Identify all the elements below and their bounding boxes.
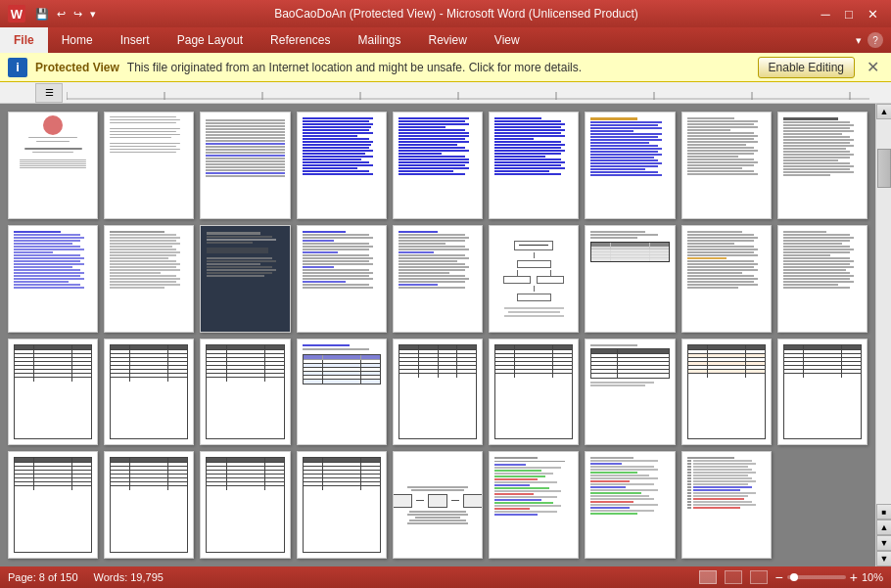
scroll-track[interactable] (876, 119, 891, 504)
protected-icon: i (8, 58, 27, 77)
page-thumb-19[interactable] (8, 339, 98, 446)
view-reading-btn[interactable] (750, 570, 768, 584)
page-thumb-28[interactable] (8, 451, 98, 559)
scroll-down-small-btn[interactable]: ■ (876, 504, 891, 520)
scroll-page-up-btn[interactable]: ▲ (876, 520, 891, 535)
tab-mailings[interactable]: Mailings (344, 27, 414, 53)
quick-access-more[interactable]: ▾ (88, 6, 98, 23)
enable-editing-button[interactable]: Enable Editing (758, 57, 855, 78)
page-thumb-14[interactable] (393, 225, 483, 333)
page-thumb-25[interactable] (585, 339, 675, 446)
close-btn[interactable]: ✕ (862, 4, 883, 23)
main-content-area: ▲ ■ ▲ ▼ ▼ (0, 104, 891, 566)
vertical-scrollbar: ▲ ■ ▲ ▼ ▼ (875, 104, 891, 566)
page-thumb-15[interactable] (489, 225, 579, 333)
word-count: Words: 19,795 (94, 571, 164, 583)
page-thumb-4[interactable] (297, 112, 387, 219)
zoom-out-btn[interactable]: − (775, 569, 783, 585)
page-thumb-21[interactable] (200, 339, 290, 446)
page-thumb-2[interactable] (104, 112, 194, 219)
page-thumb-18[interactable] (777, 225, 868, 333)
page-thumb-20[interactable] (104, 339, 194, 446)
page-thumb-29[interactable] (104, 451, 194, 559)
view-normal-btn[interactable] (699, 570, 717, 584)
page-thumb-35[interactable] (681, 451, 772, 559)
document-grid (0, 104, 875, 566)
help-icon: ? (868, 32, 883, 48)
undo-btn[interactable]: ↩ (55, 6, 68, 23)
zoom-in-btn[interactable]: + (850, 569, 858, 585)
page-thumb-30[interactable] (200, 451, 290, 559)
tab-review[interactable]: Review (414, 27, 480, 53)
ruler: ☰ (0, 82, 891, 104)
tab-insert[interactable]: Insert (107, 27, 164, 53)
page-thumb-10[interactable] (8, 225, 98, 333)
word-icon: W (8, 5, 25, 23)
menu-bar: File Home Insert Page Layout References … (0, 27, 891, 53)
title-bar: W 💾 ↩ ↪ ▾ BaoCaoDoAn (Protected View) - … (0, 0, 891, 27)
page-thumb-33[interactable] (489, 451, 579, 559)
help-btn[interactable]: ▾ ? (848, 27, 891, 53)
protected-message: This file originated from an Internet lo… (127, 61, 750, 74)
tab-file[interactable]: File (0, 27, 48, 53)
page-thumb-24[interactable] (489, 339, 579, 446)
page-thumb-34[interactable] (585, 451, 675, 559)
status-bar: Page: 8 of 150 Words: 19,795 − + 10% (0, 566, 891, 588)
window-title: BaoCaoDoAn (Protected View) - Microsoft … (98, 7, 815, 21)
page-thumb-3[interactable] (200, 112, 290, 219)
scroll-down-btn[interactable]: ▼ (876, 551, 891, 566)
protected-view-bar: i Protected View This file originated fr… (0, 53, 891, 82)
page-thumb-27[interactable] (777, 339, 868, 446)
page-thumb-12[interactable] (200, 225, 290, 333)
protected-label: Protected View (35, 61, 119, 74)
zoom-slider[interactable] (787, 575, 846, 579)
tab-references[interactable]: References (257, 27, 344, 53)
close-protected-bar-btn[interactable]: ✕ (863, 58, 883, 76)
page-thumb-11[interactable] (104, 225, 194, 333)
tab-page-layout[interactable]: Page Layout (164, 27, 257, 53)
page-thumb-6[interactable] (489, 112, 579, 219)
zoom-slider-thumb (790, 573, 798, 581)
quick-access-toolbar: W 💾 ↩ ↪ ▾ (8, 5, 98, 23)
svg-rect-0 (67, 98, 869, 100)
redo-btn[interactable]: ↪ (71, 6, 84, 23)
restore-btn[interactable]: □ (838, 4, 860, 23)
page-thumb-16[interactable] (585, 225, 675, 333)
scroll-up-btn[interactable]: ▲ (876, 104, 891, 119)
page-info: Page: 8 of 150 (8, 571, 78, 583)
info-icon: i (16, 60, 20, 74)
page-thumb-13[interactable] (297, 225, 387, 333)
ruler-icon: ☰ (35, 83, 63, 103)
tab-home[interactable]: Home (48, 27, 107, 53)
page-thumb-17[interactable] (681, 225, 772, 333)
expand-ribbon-icon: ▾ (856, 34, 862, 47)
minimize-btn[interactable]: ─ (815, 4, 836, 23)
page-thumb-9[interactable] (777, 112, 868, 219)
page-thumb-7[interactable] (585, 112, 675, 219)
page-thumb-31[interactable] (297, 451, 387, 559)
save-quick-btn[interactable]: 💾 (33, 6, 51, 23)
scroll-thumb[interactable] (877, 149, 891, 188)
page-thumb-8[interactable] (681, 112, 772, 219)
ruler-marks (67, 84, 869, 102)
window-controls: ─ □ ✕ (815, 4, 883, 23)
page-thumb-23[interactable] (393, 339, 483, 446)
page-thumb-1[interactable] (8, 112, 98, 219)
status-right-section: − + 10% (699, 569, 883, 585)
tab-view[interactable]: View (481, 27, 534, 53)
page-thumb-22[interactable] (297, 339, 387, 446)
page-thumb-5[interactable] (393, 112, 483, 219)
page-thumb-32[interactable] (393, 451, 483, 559)
scroll-page-down-btn[interactable]: ▼ (876, 535, 891, 551)
zoom-level: 10% (862, 571, 883, 583)
page-thumb-26[interactable] (681, 339, 772, 446)
view-layout-btn[interactable] (725, 570, 742, 584)
zoom-control: − + 10% (775, 569, 883, 585)
